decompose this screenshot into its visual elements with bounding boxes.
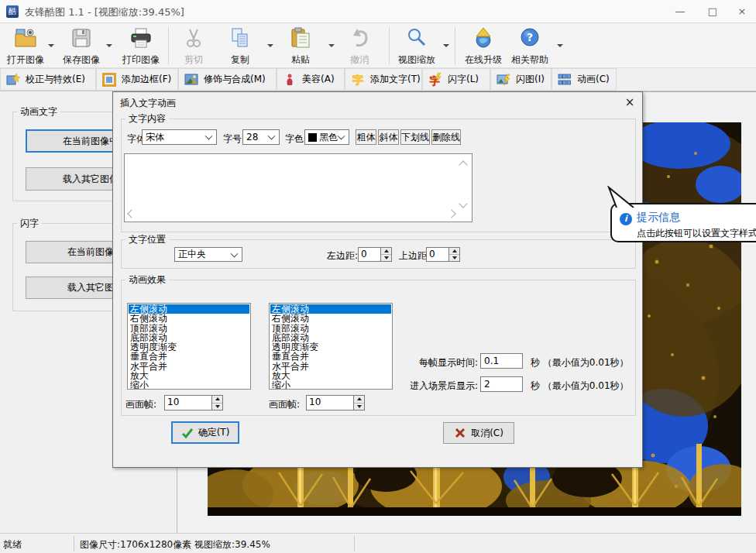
ok-button-label: 确定(T): [198, 426, 230, 439]
font-color-select[interactable]: 黑色: [304, 129, 349, 145]
effect-option[interactable]: 底部滚动: [129, 333, 249, 342]
effect-option[interactable]: 垂直合并: [129, 352, 249, 361]
dialog-close-icon[interactable]: ×: [622, 94, 637, 110]
text-position-group-title: 文字位置: [125, 233, 169, 246]
svg-text:字: 字: [352, 74, 363, 86]
underline-toggle-button[interactable]: 下划线: [400, 129, 430, 145]
text-position-select[interactable]: 正中央: [174, 247, 242, 262]
tab-add-border[interactable]: 添加边框(F): [96, 68, 178, 91]
spin-down-icon[interactable]: [381, 255, 391, 261]
effect-listbox-2[interactable]: 左侧滚动 右侧滚动 顶部滚动 底部滚动 透明度渐变 垂直合并 水平合并 放大 缩…: [269, 303, 393, 390]
tab-flash-image[interactable]: 闪图(I): [490, 68, 552, 91]
left-margin-stepper[interactable]: 0: [358, 247, 392, 262]
tab-add-text-label: 添加文字(T): [370, 73, 421, 86]
top-margin-value[interactable]: 0: [426, 247, 448, 262]
open-image-dropdown-arrow[interactable]: [48, 44, 54, 47]
toolbar-print-image[interactable]: 打印图像: [119, 26, 163, 65]
minimize-button[interactable]: —: [663, 0, 697, 22]
toolbar-save-image[interactable]: 保存图像: [59, 26, 104, 65]
tab-correction-effects[interactable]: 校正与特效(E): [0, 68, 96, 91]
tab-add-text[interactable]: 字 添加文字(T): [345, 68, 422, 91]
info-icon: i: [620, 213, 632, 225]
effect-option[interactable]: 右侧滚动: [129, 314, 249, 323]
bold-toggle-button[interactable]: 粗体: [356, 129, 376, 145]
spin-up-icon[interactable]: [449, 248, 459, 255]
toolbar-online-upgrade[interactable]: 在线升级: [461, 26, 506, 65]
effect-option[interactable]: 透明度渐变: [129, 342, 249, 352]
effect-option[interactable]: 底部滚动: [270, 333, 391, 342]
tab-beauty[interactable]: 美容(A): [277, 68, 345, 91]
app-window: { "window": { "title": "友锋酷图 1.1 - [视图缩放…: [0, 0, 756, 553]
effect-option[interactable]: 顶部滚动: [270, 324, 391, 333]
retouch-compose-icon: [184, 73, 198, 87]
tab-retouch-compose[interactable]: 修饰与合成(M): [178, 68, 277, 91]
save-image-dropdown-arrow[interactable]: [106, 44, 112, 47]
frames-value-2[interactable]: 10: [306, 395, 353, 410]
frames-stepper-2[interactable]: 10: [306, 395, 365, 410]
tab-correction-effects-label: 校正与特效(E): [26, 73, 85, 86]
toolbar-copy[interactable]: 复制: [222, 26, 259, 65]
effect-option[interactable]: 放大: [129, 371, 249, 380]
scroll-up-icon[interactable]: [459, 160, 467, 169]
effect-option[interactable]: 缩小: [129, 380, 249, 390]
font-size-value: 28: [246, 132, 258, 143]
text-content-group-title: 文字内容: [125, 112, 169, 125]
copy-dropdown-arrow[interactable]: [267, 44, 273, 47]
animation-filmstrip-icon: [558, 73, 572, 87]
toolbar-paste[interactable]: 粘贴: [282, 26, 319, 65]
effect-option[interactable]: 左侧滚动: [270, 304, 391, 314]
hint-balloon-tail: [603, 186, 634, 208]
view-zoom-dropdown-arrow[interactable]: [443, 44, 449, 47]
enter-delay-unit-note: 秒 （最小值为0.01秒）: [531, 380, 629, 393]
tab-flash-text[interactable]: 字 闪字(L): [422, 68, 490, 91]
spin-down-icon[interactable]: [354, 404, 364, 410]
spin-up-icon[interactable]: [212, 396, 222, 404]
spin-down-icon[interactable]: [449, 255, 459, 261]
frame-time-input[interactable]: 0.1: [480, 353, 523, 369]
ok-button[interactable]: 确定(T): [171, 421, 239, 444]
save-image-icon: [70, 26, 93, 50]
spin-down-icon[interactable]: [212, 404, 222, 410]
text-position-groupbox: 文字位置 正中央 左边距: 0 上边距: 0: [121, 239, 636, 269]
font-size-select[interactable]: 28: [242, 129, 280, 145]
x-icon: [454, 427, 466, 439]
paste-dropdown-arrow[interactable]: [328, 44, 335, 47]
status-ready: 就绪: [3, 538, 22, 551]
top-margin-stepper[interactable]: 0: [426, 247, 460, 262]
effect-option[interactable]: 右侧滚动: [270, 314, 391, 323]
effect-option[interactable]: 垂直合并: [270, 352, 391, 361]
frames-stepper-1[interactable]: 10: [164, 395, 223, 410]
flash-text-icon: 字: [428, 73, 442, 87]
spin-up-icon[interactable]: [381, 248, 391, 255]
font-family-select[interactable]: 宋体: [142, 129, 217, 145]
effect-option[interactable]: 缩小: [270, 380, 391, 390]
effect-option[interactable]: 透明度渐变: [270, 342, 391, 352]
toolbar-undo: 撤消: [341, 26, 378, 65]
frames-value-1[interactable]: 10: [164, 395, 211, 410]
window-title: 友锋酷图 1.1 - [视图缩放:39.45%]: [25, 5, 184, 19]
effect-listbox-1[interactable]: 左侧滚动 右侧滚动 顶部滚动 底部滚动 透明度渐变 垂直合并 水平合并 放大 缩…: [127, 303, 251, 390]
tab-flash-image-label: 闪图(I): [516, 73, 545, 86]
scroll-left-icon[interactable]: [127, 209, 136, 218]
help-dropdown-arrow[interactable]: [557, 44, 563, 47]
strikethrough-toggle-button[interactable]: 删除线: [431, 129, 461, 145]
effect-option[interactable]: 顶部滚动: [129, 324, 249, 333]
effect-option[interactable]: 水平合并: [129, 362, 249, 371]
effect-option[interactable]: 放大: [270, 371, 391, 380]
close-button[interactable]: ×: [725, 0, 756, 22]
scroll-down-icon[interactable]: [459, 199, 467, 208]
italic-toggle-button[interactable]: 斜体: [378, 129, 399, 145]
left-margin-value[interactable]: 0: [358, 247, 380, 262]
effect-option[interactable]: 水平合并: [270, 362, 391, 371]
tab-animation[interactable]: 动画(C): [552, 68, 617, 91]
toolbar-view-zoom[interactable]: 视图缩放: [394, 26, 439, 65]
cancel-button[interactable]: 取消(C): [443, 422, 514, 444]
scroll-right-icon[interactable]: [447, 209, 455, 218]
enter-delay-input[interactable]: 2: [480, 376, 523, 392]
beauty-icon: [283, 73, 297, 87]
effect-option[interactable]: 左侧滚动: [129, 304, 249, 314]
animation-text-input[interactable]: [124, 153, 472, 222]
toolbar-help[interactable]: ? 相关帮助: [507, 26, 552, 65]
spin-up-icon[interactable]: [354, 396, 364, 404]
toolbar-open-image[interactable]: 打开图像: [3, 26, 48, 65]
